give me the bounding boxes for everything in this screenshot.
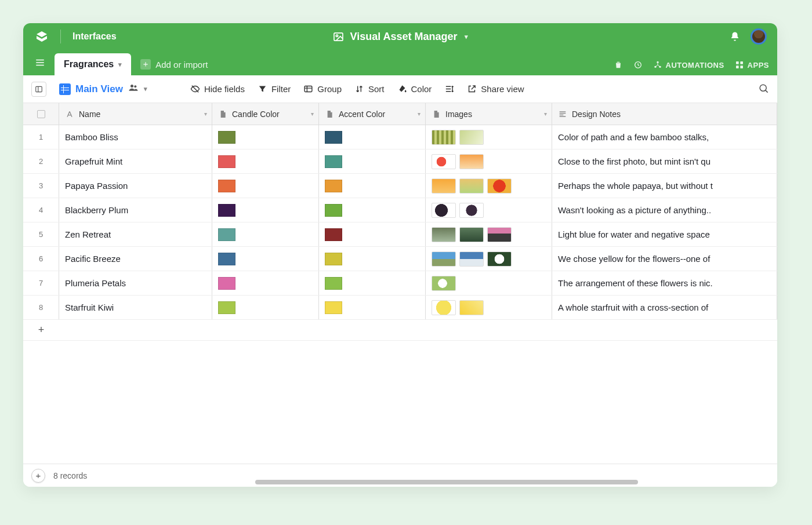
cell-candle-color[interactable] — [212, 296, 319, 319]
cell-images[interactable] — [426, 296, 552, 319]
row-number[interactable]: 5 — [23, 223, 59, 246]
row-number[interactable]: 7 — [23, 271, 59, 295]
cell-images[interactable] — [426, 271, 552, 295]
cell-accent-color[interactable] — [319, 296, 426, 319]
table-row[interactable]: 7Plumeria PetalsThe arrangement of these… — [23, 271, 777, 296]
cell-name[interactable]: Zen Retreat — [59, 223, 212, 246]
notifications-icon[interactable] — [730, 31, 740, 42]
checkbox[interactable] — [37, 110, 45, 118]
add-record-button[interactable]: + — [31, 469, 45, 483]
cell-candle-color[interactable] — [212, 150, 319, 173]
image-thumbnail[interactable] — [432, 130, 456, 145]
cell-candle-color[interactable] — [212, 198, 319, 222]
image-thumbnail[interactable] — [459, 227, 484, 242]
image-thumbnail[interactable] — [487, 251, 512, 267]
cell-candle-color[interactable] — [212, 125, 319, 149]
table-row[interactable]: 6Pacific BreezeWe chose yellow for the f… — [23, 247, 777, 271]
image-thumbnail[interactable] — [459, 130, 484, 145]
interfaces-link[interactable]: Interfaces — [72, 31, 117, 42]
cell-name[interactable]: Plumeria Petals — [59, 271, 212, 295]
sort-button[interactable]: Sort — [354, 84, 385, 94]
cell-design-notes[interactable]: Close to the first photo, but mint isn't… — [552, 150, 777, 173]
table-row[interactable]: 2Grapefruit MintClose to the first photo… — [23, 150, 777, 174]
cell-design-notes[interactable]: Color of path and a few bamboo stalks, — [552, 125, 777, 149]
chevron-down-icon[interactable]: ▾ — [311, 111, 314, 117]
image-thumbnail[interactable] — [432, 227, 456, 242]
cell-design-notes[interactable]: Perhaps the whole papaya, but without t — [552, 174, 777, 198]
image-thumbnail[interactable] — [459, 251, 484, 267]
history-button[interactable] — [633, 60, 643, 70]
trash-button[interactable] — [614, 60, 623, 70]
row-height-button[interactable] — [444, 84, 454, 94]
table-row[interactable]: 4Blackberry PlumWasn't looking as a pict… — [23, 198, 777, 223]
image-thumbnail[interactable] — [459, 178, 484, 194]
cell-design-notes[interactable]: We chose yellow for the flowers--one of — [552, 247, 777, 271]
cell-images[interactable] — [426, 125, 552, 149]
cell-accent-color[interactable] — [319, 125, 426, 149]
image-thumbnail[interactable] — [432, 276, 456, 291]
collaborators-icon[interactable] — [128, 82, 139, 96]
column-header-name[interactable]: Name ▾ — [59, 103, 212, 125]
image-thumbnail[interactable] — [432, 300, 456, 315]
cell-name[interactable]: Papaya Passion — [59, 174, 212, 198]
cell-name[interactable]: Grapefruit Mint — [59, 150, 212, 173]
column-header-design-notes[interactable]: Design Notes — [552, 103, 777, 125]
cell-accent-color[interactable] — [319, 150, 426, 173]
cell-design-notes[interactable]: Light blue for water and negative space — [552, 223, 777, 246]
hide-fields-button[interactable]: Hide fields — [190, 84, 245, 94]
logo-icon[interactable] — [34, 28, 50, 45]
image-thumbnail[interactable] — [459, 203, 484, 218]
column-header-candle-color[interactable]: Candle Color ▾ — [212, 103, 319, 125]
horizontal-scrollbar[interactable] — [255, 480, 638, 484]
row-number[interactable]: 4 — [23, 198, 59, 222]
tab-fragrances[interactable]: Fragrances ▾ — [55, 53, 131, 75]
add-row[interactable]: + — [23, 320, 777, 341]
color-button[interactable]: Color — [397, 84, 432, 94]
chevron-down-icon[interactable]: ▾ — [204, 111, 207, 117]
automations-button[interactable]: AUTOMATIONS — [653, 60, 724, 70]
cell-images[interactable] — [426, 150, 552, 173]
cell-accent-color[interactable] — [319, 198, 426, 222]
cell-candle-color[interactable] — [212, 174, 319, 198]
column-header-images[interactable]: Images ▾ — [426, 103, 552, 125]
menu-icon[interactable] — [31, 54, 49, 71]
chevron-down-icon[interactable]: ▾ — [418, 111, 420, 117]
base-title[interactable]: Visual Asset Manager ▾ — [332, 31, 467, 43]
image-thumbnail[interactable] — [487, 178, 512, 194]
cell-design-notes[interactable]: The arrangement of these flowers is nic. — [552, 271, 777, 295]
cell-name[interactable]: Blackberry Plum — [59, 198, 212, 222]
cell-accent-color[interactable] — [319, 223, 426, 246]
table-row[interactable]: 5Zen RetreatLight blue for water and neg… — [23, 223, 777, 247]
cell-candle-color[interactable] — [212, 271, 319, 295]
column-header-accent-color[interactable]: Accent Color ▾ — [319, 103, 426, 125]
filter-button[interactable]: Filter — [258, 84, 291, 94]
table-row[interactable]: 1Bamboo BlissColor of path and a few bam… — [23, 125, 777, 150]
row-number[interactable]: 8 — [23, 296, 59, 319]
image-thumbnail[interactable] — [459, 154, 484, 169]
cell-name[interactable]: Pacific Breeze — [59, 247, 212, 271]
row-number[interactable]: 3 — [23, 174, 59, 198]
add-or-import-button[interactable]: ＋ Add or import — [140, 59, 208, 70]
cell-accent-color[interactable] — [319, 271, 426, 295]
table-row[interactable]: 8Starfruit KiwiA whole starfruit with a … — [23, 296, 777, 320]
group-button[interactable]: Group — [303, 84, 342, 94]
cell-candle-color[interactable] — [212, 247, 319, 271]
row-number[interactable]: 1 — [23, 125, 59, 149]
select-all-cell[interactable] — [23, 103, 59, 125]
image-thumbnail[interactable] — [432, 251, 456, 267]
image-thumbnail[interactable] — [432, 203, 456, 218]
image-thumbnail[interactable] — [432, 178, 456, 194]
cell-name[interactable]: Starfruit Kiwi — [59, 296, 212, 319]
image-thumbnail[interactable] — [487, 227, 512, 242]
cell-candle-color[interactable] — [212, 223, 319, 246]
cell-accent-color[interactable] — [319, 174, 426, 198]
share-view-button[interactable]: Share view — [467, 84, 524, 94]
cell-name[interactable]: Bamboo Bliss — [59, 125, 212, 149]
cell-images[interactable] — [426, 223, 552, 246]
chevron-down-icon[interactable]: ▾ — [544, 111, 547, 117]
image-thumbnail[interactable] — [432, 154, 456, 169]
cell-design-notes[interactable]: Wasn't looking as a picture of anything.… — [552, 198, 777, 222]
apps-button[interactable]: APPS — [735, 60, 769, 70]
sidebar-toggle[interactable] — [31, 82, 46, 97]
cell-design-notes[interactable]: A whole starfruit with a cross-section o… — [552, 296, 777, 319]
